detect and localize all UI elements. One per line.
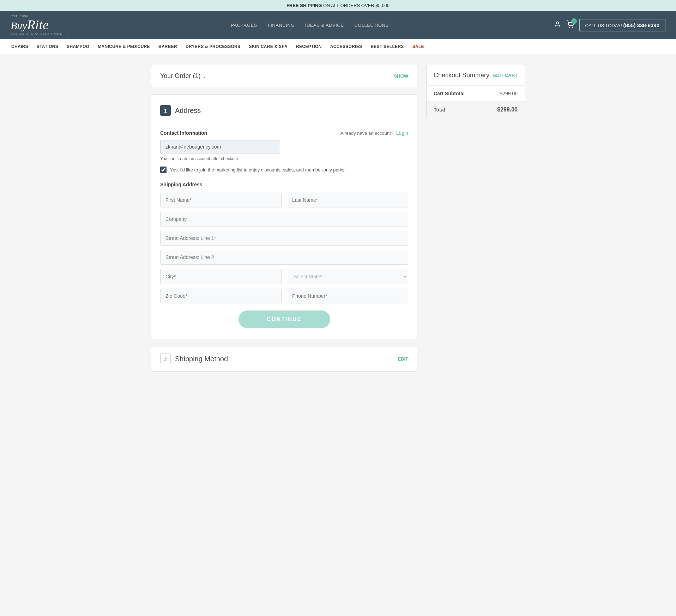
cat-stations[interactable]: STATIONS — [32, 39, 62, 54]
main-nav: PACKAGES FINANCING IDEAS & ADVICE COLLEC… — [231, 23, 388, 28]
create-account-note: You can create an account after checkout… — [160, 156, 408, 161]
zip-input[interactable] — [160, 289, 282, 303]
cat-chairs[interactable]: CHAIRS — [7, 39, 32, 54]
step-2-number: 2 — [160, 354, 171, 364]
last-name-input[interactable] — [287, 193, 408, 207]
step-1-number: 1 — [160, 105, 171, 116]
shipping-method-header: 2 Shipping Method EDIT — [160, 354, 408, 364]
order-summary-collapsed: Your Order (1) ⌄ SHOW — [151, 65, 417, 87]
svg-point-0 — [556, 22, 559, 24]
nav-collections[interactable]: COLLECTIONS — [354, 23, 388, 28]
continue-button[interactable]: CONTINUE — [239, 310, 330, 328]
address-section-title: Address — [175, 107, 201, 115]
header-icons: 1 — [554, 20, 574, 30]
cat-shampoo[interactable]: SHAMPOO — [62, 39, 93, 54]
contact-label: Contact Information — [160, 130, 207, 136]
email-field[interactable] — [160, 140, 280, 153]
svg-point-2 — [572, 27, 573, 28]
cat-barber[interactable]: BARBER — [154, 39, 181, 54]
site-header: EST. 1956 BuyRite SALON & SPA EQUIPMENT … — [0, 11, 676, 39]
have-account-text: Already have an account? Login — [340, 130, 408, 136]
total-row: Total $299.00 — [427, 102, 525, 118]
subtotal-value: $299.00 — [500, 91, 518, 96]
shipping-method-section: 2 Shipping Method EDIT — [151, 346, 417, 372]
zip-phone-row — [160, 289, 408, 303]
summary-title: Checkout Summary — [434, 72, 489, 79]
city-input[interactable] — [160, 269, 282, 284]
logo-block: EST. 1956 BuyRite SALON & SPA EQUIPMENT — [11, 14, 66, 36]
address-section: 1 Address Contact Information Already ha… — [151, 94, 417, 339]
summary-header: Checkout Summary EDIT CART — [427, 65, 525, 86]
header-right: 1 CALL US TODAY! (855) 338-8390 — [554, 19, 665, 31]
cat-dryers[interactable]: DRYERS & PROCESSORS — [181, 39, 245, 54]
order-summary-title: Your Order (1) ⌄ — [160, 72, 207, 80]
main-content: Your Order (1) ⌄ SHOW 1 Address Contact … — [144, 65, 532, 372]
marketing-checkbox[interactable] — [160, 167, 167, 173]
login-link[interactable]: Login — [396, 130, 408, 136]
category-nav: CHAIRS STATIONS SHAMPOO MANICURE & PEDIC… — [0, 39, 676, 54]
phone-input[interactable] — [287, 289, 408, 303]
total-label: Total — [434, 107, 445, 113]
cat-reception[interactable]: RECEPTION — [292, 39, 326, 54]
city-state-row: Select State* Alabama Alaska Arizona Cal… — [160, 269, 408, 284]
cat-manicure[interactable]: MANICURE & PEDICURE — [93, 39, 154, 54]
call-label: CALL US TODAY! — [585, 23, 622, 28]
user-icon[interactable] — [554, 21, 561, 30]
nav-packages[interactable]: PACKAGES — [231, 23, 257, 28]
marketing-checkbox-label: Yes, I'd like to join the marketing list… — [170, 167, 346, 173]
contact-info-row: Contact Information Already have an acco… — [160, 130, 408, 136]
cart-icon[interactable]: 1 — [566, 20, 574, 30]
right-column: Checkout Summary EDIT CART Cart Subtotal… — [426, 65, 525, 118]
address-section-header: 1 Address — [160, 105, 408, 121]
show-order-link[interactable]: SHOW — [394, 73, 408, 79]
cat-bestsellers[interactable]: BEST SELLERS — [366, 39, 408, 54]
have-account-label: Already have an account? — [340, 131, 393, 136]
cat-skincare[interactable]: SKIN CARE & SPA — [245, 39, 292, 54]
top-banner: FREE SHIPPING ON ALL ORDERS OVER $5,000 — [0, 0, 676, 11]
left-column: Your Order (1) ⌄ SHOW 1 Address Contact … — [151, 65, 417, 372]
svg-point-1 — [569, 27, 569, 28]
nav-ideas[interactable]: IDEAS & ADVICE — [305, 23, 344, 28]
first-name-input[interactable] — [160, 193, 282, 207]
name-row — [160, 193, 408, 207]
phone-number: (855) 338-8390 — [623, 22, 659, 28]
marketing-checkbox-row: Yes, I'd like to join the marketing list… — [160, 167, 408, 173]
call-button[interactable]: CALL US TODAY! (855) 338-8390 — [579, 19, 665, 31]
shipping-address-title: Shipping Address — [160, 182, 408, 187]
shipping-edit-link[interactable]: EDIT — [398, 356, 408, 362]
banner-bold-text: FREE SHIPPING — [286, 3, 322, 8]
cat-accessories[interactable]: ACCESSORIES — [326, 39, 367, 54]
state-select[interactable]: Select State* Alabama Alaska Arizona Cal… — [287, 269, 408, 284]
logo-name: BuyRite — [11, 18, 66, 31]
chevron-down-icon[interactable]: ⌄ — [203, 73, 207, 79]
total-value: $299.00 — [497, 107, 518, 113]
cart-count: 1 — [571, 18, 577, 24]
logo-buy: Buy — [11, 20, 27, 31]
street1-input[interactable] — [160, 231, 408, 246]
subtotal-row: Cart Subtotal $299.00 — [427, 86, 525, 102]
cat-sale[interactable]: SALE — [408, 39, 428, 54]
shipping-method-title: Shipping Method — [175, 355, 228, 363]
logo-subtitle: SALON & SPA EQUIPMENT — [11, 32, 66, 36]
subtotal-label: Cart Subtotal — [434, 91, 465, 96]
edit-cart-link[interactable]: EDIT CART — [493, 73, 518, 78]
logo-rite: Rite — [27, 17, 49, 32]
company-input[interactable] — [160, 212, 408, 227]
shipping-method-left: 2 Shipping Method — [160, 354, 228, 364]
logo-area: EST. 1956 BuyRite SALON & SPA EQUIPMENT — [11, 14, 66, 36]
order-title-text: Your Order (1) — [160, 72, 200, 80]
checkout-summary: Checkout Summary EDIT CART Cart Subtotal… — [426, 65, 525, 118]
banner-regular-text: ON ALL ORDERS OVER $5,000 — [323, 3, 390, 8]
nav-financing[interactable]: FINANCING — [268, 23, 295, 28]
street2-input[interactable] — [160, 250, 408, 265]
